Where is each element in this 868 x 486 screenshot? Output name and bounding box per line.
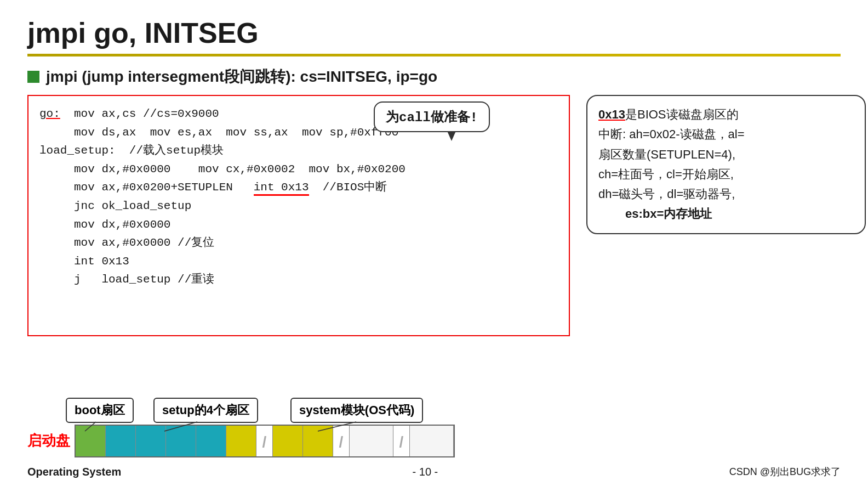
footer: Operating System - 10 - CSDN @别出BUG求求了 [0, 465, 868, 478]
go-label: go: [39, 108, 60, 120]
subtitle-line: jmpi (jump intersegment段间跳转): cs=INITSEG… [27, 66, 841, 87]
seg-white-2 [410, 426, 454, 457]
footer-right: CSDN @别出BUG求求了 [729, 465, 841, 478]
int-0x13-first: int 0x13 [254, 181, 309, 196]
disk-segments: / / / [75, 425, 455, 457]
label-system: system模块(OS代码) [290, 398, 423, 423]
seg-teal-3 [166, 426, 196, 457]
seg-boot [76, 426, 106, 457]
subtitle-text: jmpi (jump intersegment段间跳转): cs=INITSEG… [46, 66, 437, 87]
bottom-diagram: boot扇区 setup的4个扇区 system模块(OS代码) 启动盘 [27, 379, 548, 459]
seg-yellow-3 [303, 426, 333, 457]
label-setup: setup的4个扇区 [153, 398, 258, 423]
seg-slash-1: / [256, 426, 273, 457]
main-content: go: mov ax,cs //cs=0x9000 mov ds,ax mov … [27, 95, 841, 336]
footer-left: Operating System [27, 466, 121, 478]
label-row: boot扇区 setup的4个扇区 system模块(OS代码) [27, 379, 548, 423]
code-line-3: load_setup: //载入setup模块 [39, 142, 558, 160]
slide-title: jmpi go, INITSEG [27, 16, 841, 49]
code-line-8: mov ax,#0x0000 //复位 [39, 234, 558, 252]
seg-slash-3: / [393, 426, 410, 457]
seg-yellow-2 [273, 426, 303, 457]
code-box: go: mov ax,cs //cs=0x9000 mov ds,ax mov … [27, 95, 570, 336]
seg-yellow-1 [226, 426, 256, 457]
code-line-7: mov dx,#0x0000 [39, 216, 558, 234]
code-line-5: mov ax,#0x0200+SETUPLEN int 0x13 //BIOS中… [39, 178, 558, 197]
seg-white-1 [350, 426, 393, 457]
explain-0x13-highlight: 0x13 [598, 108, 625, 121]
qidongpan-label: 启动盘 [27, 431, 70, 450]
call-bubble: 为call做准备! [374, 101, 490, 132]
label-boot: boot扇区 [66, 398, 134, 423]
seg-slash-2: / [333, 426, 350, 457]
code-line-10: j load_setup //重读 [39, 270, 558, 289]
seg-teal-4 [196, 426, 226, 457]
code-line-6: jnc ok_load_setup [39, 197, 558, 216]
code-line-4: mov dx,#0x0000 mov cx,#0x0002 mov bx,#0x… [39, 160, 558, 179]
code-line-9: int 0x13 [39, 252, 558, 271]
explain-bubble: 0x13是BIOS读磁盘扇区的 中断: ah=0x02-读磁盘，al= 扇区数量… [586, 95, 866, 234]
seg-teal-2 [136, 426, 166, 457]
footer-center: - 10 - [413, 466, 438, 478]
title-underline [27, 54, 841, 56]
slide-container: jmpi go, INITSEG jmpi (jump intersegment… [0, 0, 868, 486]
disk-row: 启动盘 / / / [27, 423, 548, 459]
seg-teal-1 [106, 426, 136, 457]
green-square-icon [27, 71, 39, 83]
